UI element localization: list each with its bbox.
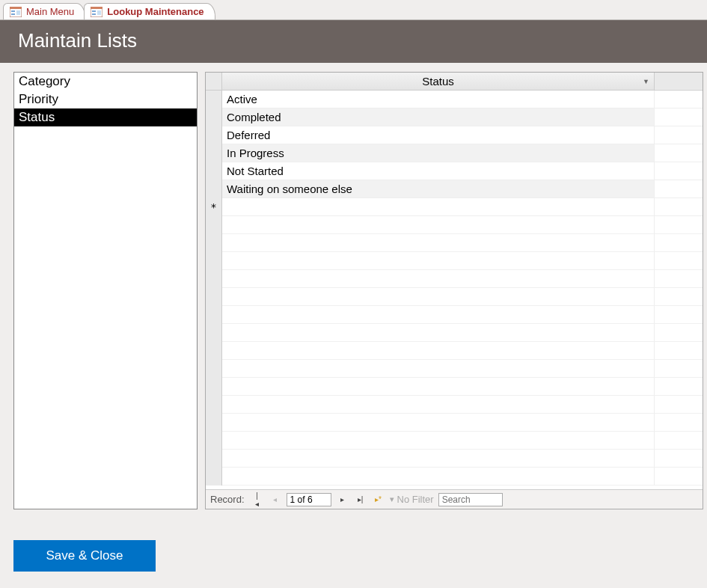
table-row: Not Started [206, 162, 703, 180]
svg-rect-8 [92, 13, 96, 15]
cell-status[interactable]: Deferred [222, 126, 655, 144]
filter-label: No Filter [397, 494, 434, 505]
new-record-row: * [206, 198, 703, 216]
grid-body: Active Completed Deferred In Progress No [206, 91, 703, 489]
table-row: Active [206, 91, 703, 108]
svg-rect-7 [92, 10, 96, 12]
select-all-selector[interactable] [206, 73, 222, 90]
record-navigator: Record: |◂ ◂ ▸ ▸| ▸* ▾ No Filter [206, 489, 703, 509]
row-selector[interactable] [206, 108, 222, 126]
table-row: Waiting on someone else [206, 180, 703, 198]
tab-label: Main Menu [26, 6, 74, 17]
form-icon [10, 7, 22, 17]
filter-icon: ▾ [390, 494, 394, 504]
page-title: Maintain Lists [0, 19, 707, 63]
nav-prev-button[interactable]: ◂ [269, 493, 282, 506]
column-header-label: Status [422, 75, 454, 88]
row-selector[interactable] [206, 91, 222, 108]
grid-header: Status ▼ [206, 73, 703, 91]
nav-first-button[interactable]: |◂ [251, 493, 264, 506]
nav-new-record-button[interactable]: ▸* [372, 493, 385, 506]
cell-status[interactable]: Completed [222, 108, 655, 126]
cell-status[interactable]: Active [222, 91, 655, 108]
table-row: Deferred [206, 126, 703, 144]
list-item-priority[interactable]: Priority [14, 91, 197, 108]
svg-rect-9 [97, 10, 101, 15]
row-selector[interactable] [206, 126, 222, 144]
list-item-category[interactable]: Category [14, 73, 197, 91]
content-area: Category Priority Status Status ▼ Active… [0, 63, 707, 509]
table-row: In Progress [206, 144, 703, 162]
row-selector[interactable] [206, 162, 222, 180]
tab-main-menu[interactable]: Main Menu [3, 3, 85, 19]
row-selector[interactable] [206, 144, 222, 162]
cell-status[interactable]: Waiting on someone else [222, 180, 655, 198]
list-item-status[interactable]: Status [14, 108, 197, 126]
save-close-button[interactable]: Save & Close [13, 540, 156, 572]
tab-bar: Main Menu Lookup Maintenance [0, 0, 707, 19]
new-record-icon: * [206, 198, 222, 216]
svg-rect-4 [16, 10, 20, 15]
record-position-input[interactable] [287, 493, 331, 506]
data-grid: Status ▼ Active Completed Deferred [205, 72, 703, 509]
svg-rect-1 [10, 7, 22, 9]
tab-lookup-maintenance[interactable]: Lookup Maintenance [84, 3, 215, 19]
record-label: Record: [210, 494, 245, 505]
list-panel: Category Priority Status [13, 72, 198, 509]
table-row: Completed [206, 108, 703, 126]
column-header-status[interactable]: Status ▼ [222, 73, 655, 90]
svg-rect-2 [11, 10, 15, 12]
filter-indicator[interactable]: ▾ No Filter [390, 494, 434, 505]
svg-rect-3 [11, 13, 15, 15]
form-icon [91, 7, 102, 17]
column-filter-dropdown-icon[interactable]: ▼ [643, 78, 649, 85]
nav-last-button[interactable]: ▸| [354, 493, 367, 506]
row-selector[interactable] [206, 180, 222, 198]
nav-next-button[interactable]: ▸ [336, 493, 349, 506]
svg-rect-6 [91, 7, 102, 9]
search-input[interactable] [438, 493, 503, 506]
cell-status[interactable]: In Progress [222, 144, 655, 162]
empty-grid-area [206, 216, 703, 486]
tab-label: Lookup Maintenance [107, 6, 203, 17]
cell-status-new[interactable] [222, 198, 655, 216]
cell-status[interactable]: Not Started [222, 162, 655, 180]
